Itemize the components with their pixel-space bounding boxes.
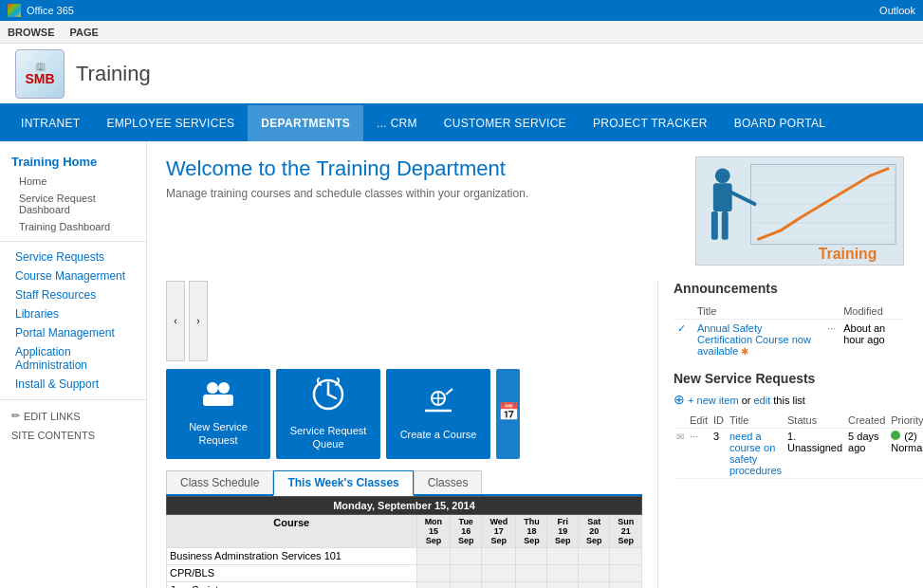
site-title: Training	[76, 62, 151, 86]
svg-point-14	[218, 382, 230, 394]
nsr-title-cell[interactable]: need a course on safety procedures	[727, 429, 785, 479]
sidebar-item-home[interactable]: Home	[0, 173, 146, 190]
tiles-prev-arrow[interactable]: ‹	[166, 281, 185, 361]
tab-class-schedule[interactable]: Class Schedule	[166, 470, 273, 494]
nav-departments[interactable]: DEPARTMENTS	[248, 105, 363, 141]
svg-point-13	[207, 382, 218, 394]
nsr-actions: ⊕ + new item or edit this list	[674, 392, 904, 407]
site-contents-button[interactable]: SITE CONTENTS	[0, 426, 146, 445]
right-panel: Announcements Title Modified ✓ An	[657, 281, 904, 588]
tiles-container: New Service Request Servi	[166, 369, 642, 459]
main-nav: INTRANET EMPLOYEE SERVICES DEPARTMENTS .…	[0, 105, 923, 141]
sat-header: Sat20Sep	[579, 515, 610, 548]
nav-intranet[interactable]: INTRANET	[8, 105, 93, 141]
table-row: Business Adminstration Services 101	[167, 548, 642, 565]
svg-rect-10	[722, 211, 729, 240]
browse-button[interactable]: BROWSE	[8, 27, 55, 38]
page-button[interactable]: PAGE	[70, 27, 99, 38]
top-bar: Office 365 Outlook	[0, 0, 923, 21]
tab-classes[interactable]: Classes	[414, 470, 483, 494]
welcome-title: Welcome to the Training Department	[166, 156, 676, 181]
svg-line-19	[328, 395, 336, 398]
announcement-row: ✓ Annual Safety Certification Course now…	[674, 320, 904, 360]
sidebar-item-course-management[interactable]: Course Managerment	[0, 266, 146, 285]
nav-board-portal[interactable]: BOARD PORTAL	[721, 105, 840, 141]
nsr-edit-col: Edit	[687, 413, 711, 429]
schedule-date-header: Monday, September 15, 2014	[167, 497, 642, 515]
wed-header: Wed17Sep	[482, 515, 516, 548]
tiles-next-arrow[interactable]: ›	[189, 281, 208, 361]
tile-icon-schedule: 📅	[498, 401, 519, 422]
nav-employee-services[interactable]: EMPLOYEE SERVICES	[93, 105, 248, 141]
welcome-text: Welcome to the Training Department Manag…	[166, 156, 676, 266]
announcements-title: Announcements	[674, 281, 904, 296]
content-area: Welcome to the Training Department Manag…	[147, 141, 923, 588]
ann-modified-cell: About an hour ago	[840, 320, 904, 360]
thu-header: Thu18Sep	[516, 515, 547, 548]
announcements-table: Title Modified ✓ Annual Safety Certifica…	[674, 303, 904, 359]
svg-text:Training: Training	[819, 246, 877, 262]
nav-project-tracker[interactable]: PROJECT TRACKER	[580, 105, 721, 141]
sidebar-item-portal-management[interactable]: Portal Management	[0, 323, 146, 342]
nsr-row: ✉ ··· 3 need a course on safety procedur…	[674, 429, 923, 479]
tile-new-service-request[interactable]: New Service Request	[166, 369, 270, 459]
ann-modified-col: Modified	[840, 303, 904, 320]
tile-service-request-queue[interactable]: Service Request Queue	[276, 369, 380, 459]
sidebar-item-training-dashboard[interactable]: Training Dashboard	[0, 218, 146, 235]
tile-schedule[interactable]: 📅	[496, 369, 520, 459]
svg-rect-8	[713, 183, 732, 211]
nsr-priority-cell: (2) Normal	[888, 429, 923, 479]
edit-list-link[interactable]: edit	[753, 395, 770, 406]
new-item-link[interactable]: + new item	[688, 395, 739, 406]
check-icon: ✓	[677, 322, 686, 334]
tile-label-new-service: New Service Request	[166, 420, 270, 448]
course-col-header: Course	[167, 515, 417, 548]
nsr-id-cell: 3	[711, 429, 727, 479]
course-name-cell: CPR/BLS	[167, 565, 417, 582]
tile-create-course[interactable]: Create a Course	[386, 369, 490, 459]
training-chart-svg: Training	[696, 156, 903, 266]
nsr-created-col: Created	[845, 413, 888, 429]
logo-text: SMB	[25, 71, 54, 86]
nav-crm[interactable]: ... CRM	[363, 105, 431, 141]
office365-logo	[8, 4, 21, 17]
top-bar-left: Office 365	[8, 4, 74, 17]
edit-links-button[interactable]: ✏ EDIT LINKS	[0, 406, 146, 426]
tile-icon-new-service	[201, 381, 235, 414]
table-row: JavaScript	[167, 582, 642, 589]
outlook-link[interactable]: Outlook	[879, 5, 915, 16]
ellipsis-icon[interactable]: ···	[827, 322, 836, 334]
fri-header: Fri19Sep	[547, 515, 579, 548]
header: 🏢 SMB Training	[0, 44, 923, 105]
nsr-table: Edit ID Title Status Created Priority Re…	[674, 413, 923, 479]
main-content-area: ‹ › New Service Request	[166, 281, 904, 588]
tab-this-weeks-classes[interactable]: This Week's Classes	[273, 470, 413, 496]
tile-icon-queue	[311, 377, 345, 418]
sidebar-item-staff-resources[interactable]: Staff Resources	[0, 285, 146, 304]
nsr-edit-icon[interactable]: ···	[690, 431, 698, 442]
nav-customer-service[interactable]: CUSTOMER SERVICE	[431, 105, 580, 141]
table-row: CPR/BLS	[167, 565, 642, 582]
svg-rect-9	[711, 211, 718, 240]
sidebar-item-service-requests[interactable]: Service Requests	[0, 248, 146, 266]
sidebar: Training Home Home Service Request Dashb…	[0, 141, 147, 588]
sidebar-item-service-request-dashboard[interactable]: Service Request Dashboard	[0, 190, 146, 218]
course-name-cell: Business Adminstration Services 101	[167, 548, 417, 565]
sidebar-item-libraries[interactable]: Libraries	[0, 304, 146, 323]
svg-rect-16	[214, 395, 233, 406]
nsr-title-col: Title	[727, 413, 785, 429]
sidebar-item-application-admin[interactable]: Application Administration	[0, 342, 146, 375]
sidebar-item-install-support[interactable]: Install & Support	[0, 375, 146, 394]
nsr-title: New Service Requests	[674, 371, 904, 386]
add-icon: ⊕	[674, 392, 685, 407]
welcome-subtitle: Manage training courses and schedule cla…	[166, 187, 676, 200]
svg-point-7	[715, 168, 730, 183]
schedule-table: Monday, September 15, 2014 Course Mon15S…	[166, 496, 642, 588]
nsr-status-cell: 1. Unassigned	[785, 429, 845, 479]
nsr-id-col: ID	[711, 413, 727, 429]
training-image: Training	[695, 156, 904, 266]
nsr-priority-col: Priority	[888, 413, 923, 429]
tue-header: Tue16Sep	[451, 515, 482, 548]
left-content: ‹ › New Service Request	[166, 281, 642, 588]
ann-title-cell[interactable]: Annual Safety Certification Course now a…	[693, 320, 823, 360]
